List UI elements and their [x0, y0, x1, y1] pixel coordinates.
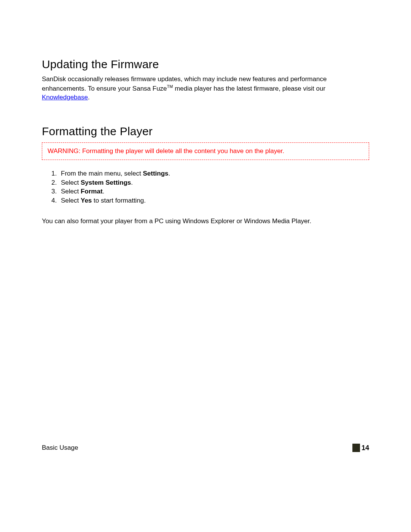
- warning-text: WARNING: Formatting the player will dele…: [48, 147, 284, 155]
- para-format-note: You can also format your player from a P…: [42, 217, 369, 226]
- format-steps-list: From the main menu, select Settings. Sel…: [59, 169, 369, 205]
- list-item: Select System Settings.: [59, 178, 369, 187]
- step-text-pre: Select: [61, 197, 81, 204]
- footer-right: 14: [352, 444, 369, 452]
- step-text-bold: Yes: [81, 197, 92, 204]
- footer-section-name: Basic Usage: [42, 444, 78, 452]
- list-item: From the main menu, select Settings.: [59, 169, 369, 178]
- para-text-mid: media player has the latest firmware, pl…: [173, 85, 325, 92]
- step-text-bold: System Settings: [81, 179, 131, 186]
- footer-page-number: 14: [362, 444, 369, 452]
- section-formatting-player: Formatting the Player WARNING: Formattin…: [42, 125, 369, 226]
- warning-box: WARNING: Formatting the player will dele…: [42, 142, 369, 160]
- page-content: Updating the Firmware SanDisk occasional…: [0, 0, 411, 226]
- list-item: Select Yes to start formatting.: [59, 196, 369, 205]
- step-text-bold: Format: [81, 188, 103, 195]
- section-updating-firmware: Updating the Firmware SanDisk occasional…: [42, 58, 369, 102]
- step-text-post: .: [103, 188, 105, 195]
- step-text-bold: Settings: [143, 170, 168, 177]
- trademark-symbol: TM: [167, 84, 173, 89]
- footer-icon: [352, 444, 360, 452]
- step-text-pre: Select: [61, 188, 81, 195]
- step-text-post: .: [131, 179, 133, 186]
- para-firmware: SanDisk occasionally releases firmware u…: [42, 75, 369, 102]
- para-text-post: .: [88, 94, 90, 101]
- step-text-post: to start formatting.: [92, 197, 146, 204]
- step-text-post: .: [168, 170, 170, 177]
- heading-updating-firmware: Updating the Firmware: [42, 58, 369, 71]
- knowledgebase-link[interactable]: Knowledgebase: [42, 94, 88, 101]
- step-text-pre: Select: [61, 179, 81, 186]
- step-text-pre: From the main menu, select: [61, 170, 143, 177]
- heading-formatting-player: Formatting the Player: [42, 125, 369, 138]
- page-footer: Basic Usage 14: [42, 444, 369, 452]
- list-item: Select Format.: [59, 187, 369, 196]
